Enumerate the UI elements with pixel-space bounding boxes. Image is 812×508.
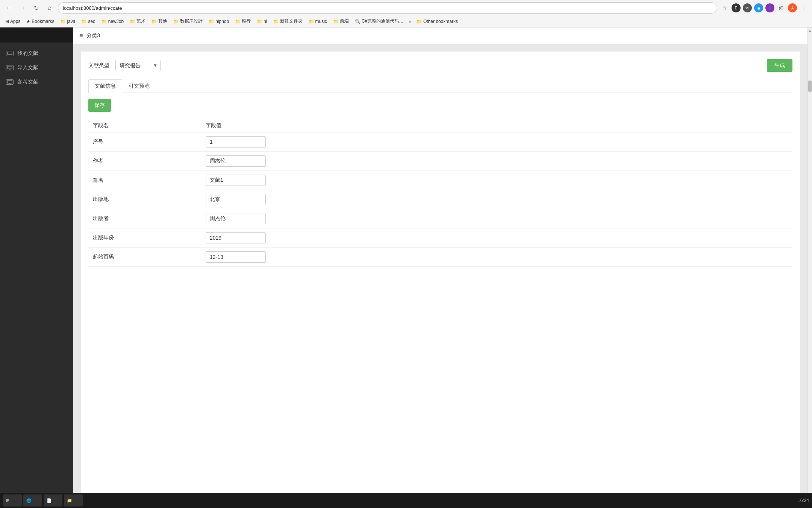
hl-folder[interactable]: 📁 hl [255,18,269,25]
field-name-5: 出版年份 [88,228,201,248]
java-folder-icon: 📁 [60,19,66,24]
field-input-6[interactable] [206,251,266,263]
field-name-0: 序号 [88,132,201,152]
bank-folder-icon: 📁 [235,19,241,24]
monitor-icon-1 [6,51,14,56]
scroll-up-button[interactable]: ▲ [808,27,812,33]
hiphop-folder-icon: 📁 [209,19,214,24]
table-header: 字段名 字段值 [88,119,792,132]
taskbar-time: 16:24 [798,498,809,503]
taskbar-item-4[interactable]: 📁 [64,494,83,506]
art-label: 艺术 [136,18,145,24]
taskbar-item-1-label: ⊞ [6,498,9,503]
table-row: 出版者 [88,209,792,228]
newjob-folder-icon: 📁 [102,19,107,24]
category-bar: ≡ 分类3 [73,27,807,44]
java-label: java [67,19,75,24]
scrollbar-thumb[interactable] [808,81,812,92]
avatar-icon[interactable]: A [788,3,797,12]
bookmark-star-icon[interactable]: ☆ [720,3,729,12]
field-input-4[interactable] [206,213,266,224]
bookmarks-folder[interactable]: ★ Bookmarks [24,18,56,25]
database-folder-icon: 📁 [173,19,179,24]
table-row: 起始页码 [88,248,792,267]
music-label: music [315,19,327,24]
sidebar-item-my-docs[interactable]: 我的文献 [0,46,73,61]
extension-icon-3[interactable]: ◉ [754,3,763,12]
home-button[interactable]: ⌂ [44,3,55,13]
art-folder[interactable]: 📁 艺术 [127,17,148,25]
taskbar-item-2[interactable]: 🌐 [23,494,42,506]
field-value-cell-5 [201,228,792,248]
table-row: 篇名 [88,171,792,190]
field-value-cell-4 [201,209,792,228]
svg-rect-4 [8,81,12,83]
bookmarks-bar: ⊞ Apps ★ Bookmarks 📁 java 📁 seo 📁 newJob… [0,16,812,27]
seo-folder[interactable]: 📁 seo [79,18,97,25]
taskbar-item-3[interactable]: 📄 [44,494,62,506]
newjob-folder[interactable]: 📁 newJob [99,18,126,25]
field-name-1: 作者 [88,152,201,171]
art-folder-icon: 📁 [130,19,135,24]
other-folder[interactable]: 📁 其他 [149,17,170,25]
field-name-4: 出版者 [88,209,201,228]
hiphop-folder[interactable]: 📁 hiphop [206,18,231,25]
apps-label: Apps [10,19,20,24]
other-bookmarks-folder[interactable]: 📁 Other bookmarks [414,18,460,25]
address-bar[interactable] [58,2,717,14]
generate-button[interactable]: 生成 [767,59,792,72]
apps-bookmark[interactable]: ⊞ Apps [3,18,23,25]
other-bookmarks-folder-icon: 📁 [417,19,422,24]
newfile-folder[interactable]: 📁 新建文件夹 [271,17,305,25]
doc-type-row: 文献类型 研究报告 期刊文章 学位论文 书籍 会议论文 ▼ 生成 [88,59,792,72]
bookmarks-more-button[interactable]: » [407,18,413,25]
menu-icon[interactable]: ⋮ [799,3,808,12]
frontend-folder[interactable]: 📁 前端 [331,17,351,25]
field-input-5[interactable] [206,232,266,243]
newjob-label: newJob [108,19,124,24]
hamburger-icon: ≡ [79,32,83,39]
csharp-link[interactable]: 🔍 C#完整的通信代码… [353,17,406,25]
database-folder[interactable]: 📁 数据库設計 [171,17,205,25]
field-input-3[interactable] [206,194,266,205]
sidebar-item-import-docs[interactable]: 导入文献 [0,61,73,75]
sidebar: 我的文献 导入文献 参考文献 [0,27,73,508]
taskbar-item-1[interactable]: ⊞ [3,494,22,506]
csharp-search-icon: 🔍 [355,19,361,24]
doc-type-select[interactable]: 研究报告 期刊文章 学位论文 书籍 会议论文 [115,60,161,71]
extension-icon-2[interactable]: 👁 [743,3,752,12]
save-button[interactable]: 保存 [88,99,111,112]
field-name-3: 出版地 [88,190,201,209]
field-value-cell-1 [201,152,792,171]
other-label: 其他 [158,18,167,24]
reload-button[interactable]: ↻ [31,3,41,13]
field-input-2[interactable] [206,175,266,186]
forward-button[interactable]: → [17,3,28,13]
table-row: 出版地 [88,190,792,209]
taskbar-item-4-label: 📁 [67,498,72,503]
monitor-icon-2 [6,65,14,70]
svg-rect-2 [8,66,12,69]
field-input-0[interactable] [206,136,266,148]
doc-type-select-wrapper: 研究报告 期刊文章 学位论文 书籍 会议论文 ▼ [115,60,161,71]
back-button[interactable]: ← [4,3,14,13]
music-folder[interactable]: 📁 music [306,18,329,25]
monitor-icon-3 [6,79,14,85]
field-value-cell-0 [201,132,792,152]
bank-folder[interactable]: 📁 银行 [233,17,253,25]
field-input-1[interactable] [206,155,266,167]
sidebar-item-ref-docs[interactable]: 参考文献 [0,75,73,89]
apps-grid-icon: ⊞ [5,19,9,24]
table-row: 作者 [88,152,792,171]
other-bookmarks-label: Other bookmarks [423,19,458,24]
bookmarks-star-icon: ★ [26,19,30,24]
col-field-name: 字段名 [88,119,201,132]
field-name-6: 起始页码 [88,248,201,267]
tab-doc-info[interactable]: 文献信息 [88,79,122,93]
profile-icon[interactable]: 👤 [765,3,774,12]
right-scrollbar: ▲ ▼ [807,27,812,508]
field-value-cell-6 [201,248,792,267]
tab-citation-preview[interactable]: 引文预览 [122,79,156,93]
java-folder[interactable]: 📁 java [58,18,77,25]
extension-icon-1[interactable]: E [732,3,741,12]
